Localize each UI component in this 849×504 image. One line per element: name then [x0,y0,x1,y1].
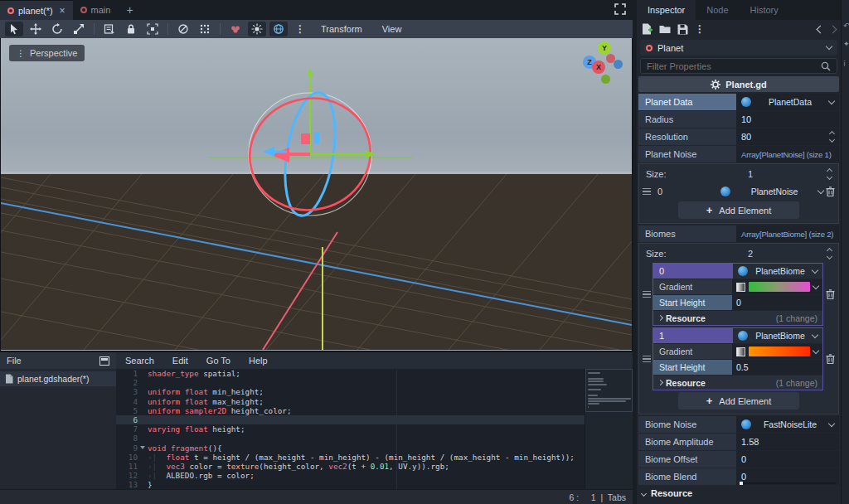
slider-grabber[interactable] [740,482,743,485]
gradient-row[interactable]: Gradient [653,344,822,359]
save-resource-icon[interactable] [677,24,688,35]
code-line[interactable]: 10›| float t = height / (max_height - mi… [116,453,633,462]
scene-tab-planet[interactable]: planet(*) × [0,0,73,20]
gradient-preview[interactable] [749,282,810,292]
3d-viewport[interactable]: ⋮ Perspective Y Z X [0,38,633,351]
snap-toggle[interactable] [196,22,214,36]
biome-header-row[interactable]: 0 PlanetBiome [653,264,822,279]
delete-item-button[interactable] [823,263,837,326]
minimap-viewport[interactable] [585,369,633,412]
history-back-icon[interactable] [817,25,825,33]
start-height-row[interactable]: Start Height 0 [653,295,822,310]
axis-neg-x-ball[interactable] [606,54,615,63]
array-edit-button[interactable]: Array[PlanetBiome] (size 2) [741,230,833,239]
array-size-row[interactable]: Size: 2 [641,245,837,262]
gradient-row[interactable]: Gradient [653,279,822,294]
biome-offset-value[interactable]: 0 [741,454,746,464]
chevron-down-icon[interactable] [812,266,818,273]
start-height-row[interactable]: Start Height 0.5 [653,360,822,375]
filter-properties-input[interactable] [647,61,821,71]
code-line[interactable]: 6 [116,415,633,424]
view-menu[interactable]: View [374,24,410,34]
axis-x-ball[interactable]: X [592,61,605,74]
spinner-icon[interactable] [827,169,832,179]
load-resource-icon[interactable] [659,24,671,34]
minimap[interactable] [585,369,633,490]
delete-item-button[interactable] [823,187,837,196]
edited-object-selector[interactable]: Planet [640,40,837,56]
extra-options-kebab[interactable]: ⋮ [291,22,309,36]
property-radius[interactable]: Radius 10 [638,111,839,128]
override-camera-button[interactable] [226,22,245,36]
move-tool-button[interactable] [27,22,45,36]
drag-handle-icon[interactable] [641,356,653,363]
local-space-toggle[interactable] [174,22,192,36]
gradient-preview[interactable] [749,346,810,356]
chevron-down-icon[interactable] [813,282,819,288]
environment-toggle[interactable] [269,22,288,36]
code-line[interactable]: 5uniform sampler2D height_color; [116,406,633,415]
resolution-value[interactable]: 80 [741,132,751,142]
chevron-down-icon[interactable] [812,331,818,337]
gizmo-scale-red-handle[interactable] [301,133,310,144]
drag-handle-icon[interactable] [641,291,653,298]
array-edit-button[interactable]: Array[PlanetNoise] (size 1) [741,150,832,159]
perspective-button[interactable]: ⋮ Perspective [9,45,85,61]
scale-tool-button[interactable] [70,22,88,36]
property-resolution[interactable]: Resolution 80 [638,128,839,145]
size-value[interactable]: 1 [748,169,827,179]
history-forward-icon[interactable] [829,25,837,33]
search-menu[interactable]: Search [116,356,163,366]
resource-foldout[interactable]: Resource (1 change) [653,311,822,325]
filter-properties-box[interactable] [640,58,837,74]
sun-toggle[interactable] [248,22,266,36]
add-element-button[interactable]: + Add Element [678,392,799,410]
edit-menu[interactable]: Edit [163,356,197,366]
code-line[interactable]: 1shader_type spatial; [116,369,633,378]
file-menu[interactable]: File [0,352,116,369]
property-planet-data[interactable]: Planet Data PlanetData [638,94,839,110]
script-section-header[interactable]: Planet.gd [638,76,839,92]
file-panel-icon[interactable] [99,356,109,366]
code-line[interactable]: 11›| vec3 color = texture(height_color, … [116,462,633,471]
start-height-value[interactable]: 0 [736,298,741,308]
property-planet-noise[interactable]: Planet Noise Array[PlanetNoise] (size 1) [638,146,839,162]
slider-track[interactable] [740,482,836,484]
spinner-icon[interactable] [827,249,832,259]
drag-handle-icon[interactable] [641,188,653,196]
chevron-down-icon[interactable] [828,97,835,104]
code-line[interactable]: 2 [116,378,633,387]
transform-menu[interactable]: Transform [313,24,371,34]
start-height-value[interactable]: 0.5 [736,362,749,372]
new-resource-icon[interactable] [642,23,653,35]
fold-arrow-icon[interactable] [138,446,148,449]
add-scene-tab-button[interactable]: + [118,0,141,20]
property-biome-amplitude[interactable]: Biome Amplitude 1.58 [638,434,839,450]
code-line[interactable]: 9void fragment(){ [116,443,633,453]
resource-section-header[interactable]: Resource [638,487,839,500]
add-element-button[interactable]: + Add Element [678,201,799,219]
rotate-tool-button[interactable] [48,22,66,36]
scene-tab-main[interactable]: main [73,0,119,20]
tab-inspector[interactable]: Inspector [637,0,696,20]
spinner-icon[interactable] [830,132,834,142]
radius-value[interactable]: 10 [741,114,751,124]
property-biome-blend[interactable]: Biome Blend 0 [638,468,839,485]
code-editor[interactable]: 1shader_type spatial;23uniform float min… [116,369,633,490]
code-line[interactable]: 7varying float height; [116,424,633,434]
list-select-button[interactable] [100,22,119,36]
biome-amplitude-value[interactable]: 1.58 [741,437,759,447]
array-item-0[interactable]: 0 PlanetNoise [641,183,837,200]
resource-foldout[interactable]: Resource (1 change) [653,376,822,390]
code-line[interactable]: 13} [116,480,633,489]
property-biome-offset[interactable]: Biome Offset 0 [638,451,839,468]
chevron-down-icon[interactable] [828,419,835,426]
tab-history[interactable]: History [740,0,789,20]
biome-blend-value[interactable]: 0 [741,472,746,482]
axis-y-ball[interactable]: Y [598,41,611,55]
gizmo-scale-blue-handle[interactable] [314,132,319,143]
code-line[interactable]: 8 [116,434,633,443]
shader-file-item[interactable]: planet.gdshader(*) [0,371,116,386]
select-tool-button[interactable] [5,22,23,36]
property-biomes[interactable]: Biomes Array[PlanetBiome] (size 2) [638,225,839,242]
